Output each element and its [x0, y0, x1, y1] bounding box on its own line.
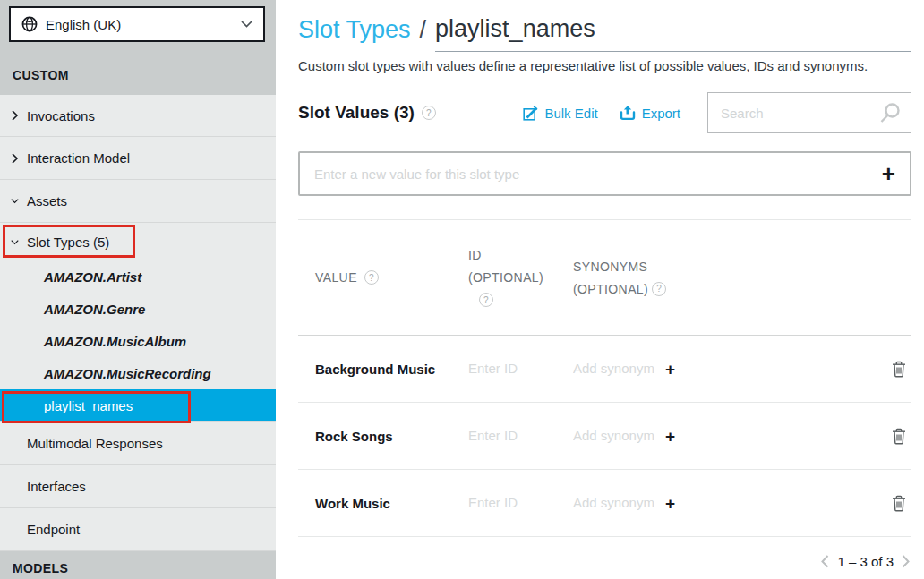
export-label: Export — [642, 106, 680, 121]
sidebar-item-amazon-musicalbum[interactable]: AMAZON.MusicAlbum — [0, 325, 276, 357]
add-synonym-icon[interactable]: + — [665, 428, 675, 445]
slot-values-table: VALUE ? ID (OPTIONAL) ? SYNONYMS (OPTION… — [298, 219, 911, 537]
main-content: Slot Types / playlist_names Custom slot … — [276, 0, 924, 579]
bulk-edit-icon — [523, 106, 538, 121]
search-icon[interactable] — [877, 101, 902, 125]
sidebar-item-amazon-artist[interactable]: AMAZON.Artist — [0, 260, 276, 293]
slot-values-toolbar: Slot Values (3) ? Bulk Edit Export — [298, 92, 911, 133]
page-title: Slot Types / playlist_names — [298, 15, 911, 52]
export-button[interactable]: Export — [620, 105, 680, 121]
sidebar-item-label: Multimodal Responses — [27, 436, 163, 451]
breadcrumb-slot-types[interactable]: Slot Types — [298, 16, 411, 52]
column-header-synonyms: SYNONYMS (OPTIONAL) ? — [573, 260, 870, 296]
chevron-right-icon — [11, 110, 19, 121]
new-slot-value-row: + — [298, 151, 911, 196]
sidebar-item-label: AMAZON.MusicAlbum — [44, 334, 186, 349]
language-selector[interactable]: English (UK) — [9, 6, 265, 42]
add-synonym-icon[interactable]: + — [665, 361, 675, 378]
chevron-down-icon — [11, 238, 19, 246]
slot-value-text: Work Music — [315, 496, 468, 511]
trash-icon — [892, 361, 906, 378]
synonym-input[interactable] — [573, 495, 658, 510]
sidebar-item-label: Invocations — [27, 108, 95, 123]
add-value-icon[interactable]: + — [882, 162, 895, 185]
table-header-row: VALUE ? ID (OPTIONAL) ? SYNONYMS (OPTION… — [298, 219, 911, 336]
column-header-value: VALUE ? — [315, 270, 468, 285]
help-icon[interactable]: ? — [422, 106, 436, 120]
table-row: Rock Songs + — [298, 403, 911, 470]
sidebar-item-label: Slot Types (5) — [27, 234, 109, 250]
sidebar-item-multimodal-responses[interactable]: Multimodal Responses — [0, 422, 276, 465]
sidebar-item-label: AMAZON.Genre — [44, 302, 145, 317]
id-input[interactable] — [468, 428, 553, 443]
slot-value-text: Background Music — [315, 362, 468, 377]
delete-row-button[interactable] — [870, 428, 911, 445]
sidebar: English (UK) CUSTOM Invocations Interact… — [0, 0, 276, 579]
bulk-edit-label: Bulk Edit — [544, 106, 597, 121]
sidebar-item-amazon-genre[interactable]: AMAZON.Genre — [0, 293, 276, 325]
page-description: Custom slot types with values define a r… — [298, 58, 911, 73]
pagination-label: 1 – 3 of 3 — [837, 554, 894, 569]
sidebar-item-label: Interfaces — [27, 479, 86, 494]
id-input[interactable] — [468, 361, 553, 376]
search-box — [707, 92, 911, 133]
page-next-icon[interactable] — [902, 555, 910, 568]
page-prev-icon[interactable] — [821, 555, 829, 568]
column-header-id: ID (OPTIONAL) ? — [468, 248, 573, 307]
trash-icon — [892, 495, 906, 512]
sidebar-item-invocations[interactable]: Invocations — [0, 95, 276, 137]
sidebar-item-label: AMAZON.MusicRecording — [44, 366, 211, 381]
sidebar-item-slot-types[interactable]: Slot Types (5) — [0, 223, 276, 260]
slot-type-name[interactable]: playlist_names — [435, 15, 911, 52]
synonym-input[interactable] — [573, 428, 658, 443]
id-input[interactable] — [468, 495, 553, 510]
sidebar-item-assets[interactable]: Assets — [0, 180, 276, 223]
chevron-down-icon — [241, 21, 252, 28]
new-slot-value-input[interactable] — [314, 166, 882, 182]
sidebar-item-amazon-musicrecording[interactable]: AMAZON.MusicRecording — [0, 357, 276, 389]
synonym-input[interactable] — [573, 361, 658, 376]
chevron-right-icon — [11, 153, 19, 164]
help-icon[interactable]: ? — [652, 282, 666, 296]
help-icon[interactable]: ? — [364, 270, 379, 285]
delete-row-button[interactable] — [870, 495, 911, 512]
globe-icon — [21, 16, 38, 32]
sidebar-item-playlist-names-selected[interactable]: playlist_names — [0, 389, 276, 422]
delete-row-button[interactable] — [870, 361, 911, 378]
slot-value-text: Rock Songs — [315, 429, 468, 444]
pagination: 1 – 3 of 3 — [298, 554, 911, 569]
sidebar-item-label: Endpoint — [27, 522, 80, 537]
search-input[interactable] — [721, 106, 877, 121]
sidebar-nav: Invocations Interaction Model Assets Slo… — [0, 95, 276, 551]
add-synonym-icon[interactable]: + — [665, 495, 675, 512]
slot-values-title: Slot Values (3) — [298, 103, 415, 123]
sidebar-item-interaction-model[interactable]: Interaction Model — [0, 137, 276, 180]
sidebar-item-label: Interaction Model — [27, 150, 130, 166]
breadcrumb-separator: / — [411, 16, 436, 52]
bulk-edit-button[interactable]: Bulk Edit — [523, 106, 597, 121]
help-icon[interactable]: ? — [479, 293, 493, 307]
sidebar-section-models: MODELS — [0, 551, 276, 575]
sidebar-item-label: AMAZON.Artist — [44, 269, 141, 285]
language-label: English (UK) — [46, 17, 121, 32]
sidebar-item-interfaces[interactable]: Interfaces — [0, 465, 276, 508]
sidebar-item-endpoint[interactable]: Endpoint — [0, 508, 276, 551]
table-row: Work Music + — [298, 470, 911, 537]
chevron-down-icon — [11, 197, 19, 205]
sidebar-item-label: playlist_names — [44, 398, 133, 413]
export-icon — [620, 105, 636, 121]
sidebar-item-label: Assets — [27, 193, 67, 209]
sidebar-section-custom: CUSTOM — [0, 42, 276, 95]
trash-icon — [892, 428, 906, 445]
table-row: Background Music + — [298, 336, 911, 403]
